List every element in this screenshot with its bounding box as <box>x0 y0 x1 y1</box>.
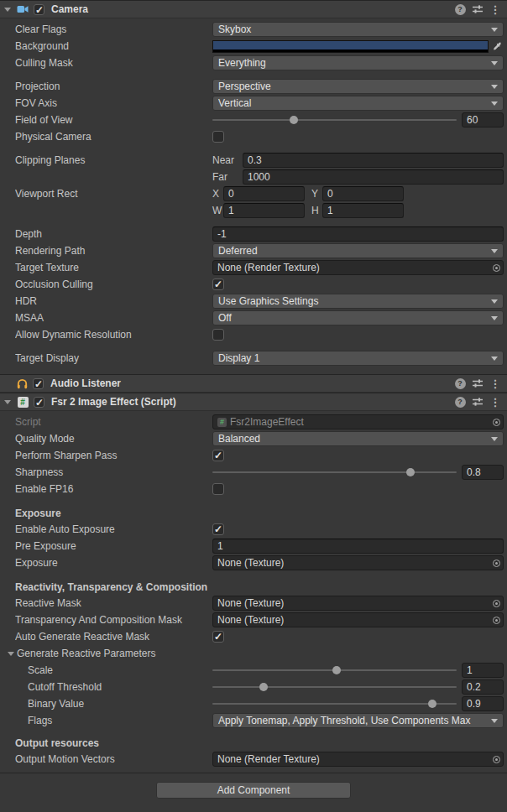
slider-handle[interactable] <box>428 700 436 708</box>
perform-sharpen-pass-label: Perform Sharpen Pass <box>15 450 212 461</box>
presets-icon[interactable] <box>471 395 484 409</box>
object-picker-icon[interactable] <box>489 596 503 610</box>
presets-icon[interactable] <box>471 3 484 16</box>
target-display-dropdown[interactable]: Display 1 <box>212 351 504 366</box>
scale-slider[interactable] <box>212 663 457 678</box>
binary-value-value-field[interactable]: 0.9 <box>462 696 504 711</box>
audio-listener-enabled-checkbox[interactable] <box>33 378 44 389</box>
enable-fp16-checkbox[interactable] <box>212 483 224 495</box>
slider-handle[interactable] <box>259 683 268 691</box>
foldout-expanded-icon[interactable] <box>8 652 14 656</box>
slider-track <box>212 471 457 473</box>
clear-flags-dropdown[interactable]: Skybox <box>212 22 504 37</box>
viewport-y-field[interactable]: 0 <box>322 186 404 201</box>
viewport-h-field[interactable]: 1 <box>322 203 404 218</box>
eyedropper-icon[interactable] <box>490 39 504 53</box>
foldout-expanded-icon[interactable] <box>4 400 11 404</box>
exposure-field[interactable]: None (Texture) <box>212 555 504 570</box>
help-icon[interactable]: ? <box>453 377 467 390</box>
script-label: Script <box>15 416 212 428</box>
object-picker-ring <box>493 560 500 567</box>
projection-dropdown[interactable]: Perspective <box>212 79 504 94</box>
camera-enabled-checkbox[interactable] <box>34 4 44 15</box>
near-field[interactable]: 0.3 <box>243 153 504 168</box>
depth-field[interactable]: -1 <box>212 226 504 242</box>
auto-generate-reactive-mask-checkbox[interactable] <box>212 631 224 643</box>
viewport-h-label: H <box>311 205 322 216</box>
background-row: Background <box>0 38 507 55</box>
foldout-expanded-icon[interactable] <box>4 8 11 12</box>
cutoff-threshold-value-field[interactable]: 0.2 <box>462 679 504 695</box>
help-icon[interactable]: ? <box>453 395 467 409</box>
rendering-path-row: Rendering Path Deferred <box>0 242 507 259</box>
sharpness-slider[interactable] <box>212 465 457 480</box>
help-icon[interactable]: ? <box>453 3 467 16</box>
viewport-w-field[interactable]: 1 <box>223 203 305 218</box>
occlusion-culling-checkbox[interactable] <box>212 278 224 290</box>
background-color-swatch[interactable] <box>212 40 489 53</box>
msaa-dropdown[interactable]: Off <box>212 310 504 325</box>
fsr2-component-body: Script # Fsr2ImageEffect Quality Mode Ba… <box>0 411 507 768</box>
kebab-menu-icon[interactable]: ⋮ <box>489 377 502 390</box>
slider-handle[interactable] <box>406 468 415 476</box>
slider-handle[interactable] <box>332 666 341 674</box>
kebab-menu-icon[interactable]: ⋮ <box>489 395 502 409</box>
chevron-down-icon <box>491 437 498 441</box>
perform-sharpen-pass-checkbox[interactable] <box>212 450 224 461</box>
object-picker-icon[interactable] <box>489 556 503 570</box>
physical-camera-checkbox[interactable] <box>212 131 224 143</box>
presets-icon[interactable] <box>471 377 484 390</box>
output-motion-vectors-field[interactable]: None (Render Texture) <box>212 752 504 767</box>
fsr2-component-header[interactable]: # Fsr 2 Image Effect (Script) ? ⋮ <box>0 393 507 411</box>
kebab-menu-icon[interactable]: ⋮ <box>489 3 502 16</box>
target-texture-field[interactable]: None (Render Texture) <box>212 260 504 275</box>
viewport-x-field[interactable]: 0 <box>223 186 305 201</box>
object-picker-ring <box>493 756 500 763</box>
far-field[interactable]: 1000 <box>243 169 504 185</box>
projection-value: Perspective <box>218 81 488 92</box>
field-of-view-slider[interactable] <box>212 112 457 128</box>
viewport-x-label: X <box>212 188 223 200</box>
slider-handle[interactable] <box>290 116 298 124</box>
object-picker-icon[interactable] <box>489 415 503 429</box>
fov-axis-dropdown[interactable]: Vertical <box>212 96 504 111</box>
culling-mask-row: Culling Mask Everything <box>0 55 507 71</box>
generate-reactive-parameters-row[interactable]: Generate Reactive Parameters <box>0 645 507 662</box>
scale-label: Scale <box>28 664 212 676</box>
camera-component-header[interactable]: Camera ? ⋮ <box>0 0 507 18</box>
flags-label: Flags <box>28 715 212 726</box>
field-of-view-value-field[interactable]: 60 <box>462 112 504 128</box>
object-picker-icon[interactable] <box>489 613 503 627</box>
sharpness-value-field[interactable]: 0.8 <box>462 465 504 480</box>
add-component-button[interactable]: Add Component <box>156 782 351 799</box>
audio-listener-component-header[interactable]: Audio Listener ? ⋮ <box>0 374 507 393</box>
cutoff-threshold-slider[interactable] <box>212 679 457 695</box>
scale-value-field[interactable]: 1 <box>462 663 504 678</box>
object-picker-icon[interactable] <box>489 261 503 274</box>
chevron-down-icon <box>491 299 498 304</box>
object-picker-icon[interactable] <box>489 752 503 766</box>
binary-value-slider[interactable] <box>212 696 457 711</box>
flags-value: Apply Tonemap, Apply Threshold, Use Comp… <box>218 715 488 726</box>
transparency-mask-value: None (Texture) <box>217 614 489 626</box>
flags-dropdown[interactable]: Apply Tonemap, Apply Threshold, Use Comp… <box>212 713 504 728</box>
chevron-down-icon <box>491 102 498 106</box>
allow-dynamic-resolution-checkbox[interactable] <box>212 329 224 341</box>
slider-track <box>212 686 457 688</box>
chevron-down-icon <box>491 357 498 361</box>
enable-auto-exposure-checkbox[interactable] <box>212 523 224 535</box>
output-motion-vectors-value: None (Render Texture) <box>217 753 489 765</box>
reactive-mask-field[interactable]: None (Texture) <box>212 596 504 611</box>
culling-mask-dropdown[interactable]: Everything <box>212 55 504 70</box>
chevron-down-icon <box>491 316 498 320</box>
hdr-value: Use Graphics Settings <box>218 295 488 307</box>
quality-mode-dropdown[interactable]: Balanced <box>212 431 504 446</box>
scale-row: Scale 1 <box>0 662 507 679</box>
rendering-path-dropdown[interactable]: Deferred <box>212 243 504 258</box>
fsr2-enabled-checkbox[interactable] <box>34 397 44 408</box>
csharp-script-icon: # <box>16 395 29 409</box>
transparency-mask-field[interactable]: None (Texture) <box>212 612 504 627</box>
pre-exposure-field[interactable]: 1 <box>212 539 504 554</box>
msaa-value: Off <box>218 312 488 324</box>
hdr-dropdown[interactable]: Use Graphics Settings <box>212 294 504 309</box>
